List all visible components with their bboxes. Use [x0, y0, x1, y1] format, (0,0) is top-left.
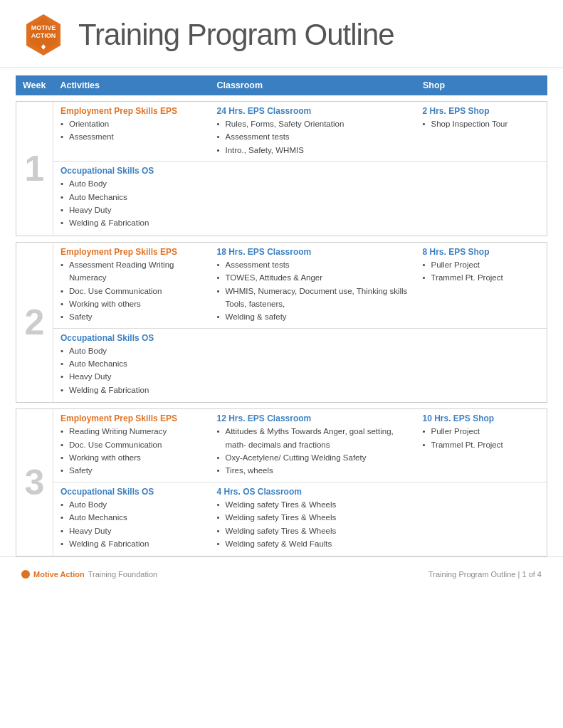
week-3-row: 3 Employment Prep Skills EPS 12 Hrs. EPS…	[16, 409, 547, 426]
week-2-row: 2 Employment Prep Skills EPS 18 Hrs. EPS…	[16, 242, 547, 258]
w2-eps-title: Employment Prep Skills EPS	[60, 247, 177, 257]
footer-brand-name: Motive Action	[33, 570, 85, 579]
w3-eps-classroom-title: 12 Hrs. EPS Classroom	[217, 413, 312, 423]
week-2-os-items: •Auto Body •Auto Mechanics •Heavy Duty •…	[16, 344, 547, 403]
col-shop-header: Shop	[416, 75, 547, 95]
svg-text:ACTION: ACTION	[31, 32, 56, 39]
w1-os-title: Occupational Skills OS	[60, 166, 154, 176]
week-1-os-header: Occupational Skills OS	[16, 162, 547, 178]
w1-act-list: •Orientation •Assessment	[60, 117, 203, 144]
footer-right: Training Program Outline | 1 of 4	[428, 570, 542, 579]
col-classroom-header: Classroom	[209, 75, 416, 95]
week-3-number: 3	[16, 409, 53, 556]
w3-os-title: Occupational Skills OS	[60, 487, 154, 497]
week-1-eps-items: •Orientation •Assessment •Rules, Forms, …	[16, 117, 547, 162]
w2-eps-shop-title: 8 Hrs. EPS Shop	[423, 247, 490, 257]
logo: MOTIVE ACTION	[21, 13, 65, 57]
week-2-os-header: Occupational Skills OS	[16, 328, 547, 344]
week-1-block: 1 Employment Prep Skills EPS 24 Hrs. EPS…	[16, 101, 547, 236]
col-week-header: Week	[16, 75, 53, 95]
column-headers: Week Activities Classroom Shop	[16, 75, 547, 95]
week-3-eps-items: •Reading Writing Numeracy •Doc. Use Comm…	[16, 425, 547, 482]
footer-brand-section: Motive Action Training Foundation	[21, 570, 157, 579]
week-3-os-header-row: Occupational Skills OS 4 Hrs. OS Classro…	[16, 482, 547, 498]
w1-eps-shop-title: 2 Hrs. EPS Shop	[423, 106, 490, 116]
footer-suffix: Training Foundation	[88, 570, 157, 579]
week-3-block: 3 Employment Prep Skills EPS 12 Hrs. EPS…	[16, 408, 547, 556]
w1-classroom-list: •Rules, Forms, Safety Orientation •Asses…	[217, 117, 409, 157]
w3-eps-shop-title: 10 Hrs. EPS Shop	[423, 413, 495, 423]
footer-page-info: 1 of 4	[522, 570, 542, 579]
week-1-os-items: •Auto Body •Auto Mechanics •Heavy Duty •…	[16, 177, 547, 236]
page-title: Training Program Outline	[78, 18, 394, 52]
week-2-eps-items: •Assessment Reading Writing Numeracy •Do…	[16, 258, 547, 328]
w1-shop-list: •Shop Inspection Tour	[423, 117, 540, 130]
w3-os-classroom-title: 4 Hrs. OS Classroom	[217, 487, 302, 497]
footer-doc-name: Training Program Outline	[428, 570, 515, 579]
week-2-number: 2	[16, 242, 53, 403]
w2-eps-classroom-title: 18 Hrs. EPS Classroom	[217, 247, 312, 257]
week-1-number: 1	[16, 102, 53, 236]
w2-os-title: Occupational Skills OS	[60, 333, 154, 343]
w1-eps-title: Employment Prep Skills EPS	[60, 106, 177, 116]
page-header: MOTIVE ACTION Training Program Outline	[0, 0, 563, 68]
week-3-os-items: •Auto Body •Auto Mechanics •Heavy Duty •…	[16, 498, 547, 556]
w1-eps-classroom-title: 24 Hrs. EPS Classroom	[217, 106, 312, 116]
page-footer: Motive Action Training Foundation Traini…	[0, 556, 563, 589]
week-2-block: 2 Employment Prep Skills EPS 18 Hrs. EPS…	[16, 242, 547, 403]
footer-dot-icon	[21, 570, 30, 579]
week-1-row: 1 Employment Prep Skills EPS 24 Hrs. EPS…	[16, 102, 547, 118]
col-activities-header: Activities	[53, 75, 209, 95]
w1-os-act-list: •Auto Body •Auto Mechanics •Heavy Duty •…	[60, 177, 203, 230]
w3-eps-title: Employment Prep Skills EPS	[60, 413, 177, 423]
svg-text:MOTIVE: MOTIVE	[31, 24, 56, 31]
